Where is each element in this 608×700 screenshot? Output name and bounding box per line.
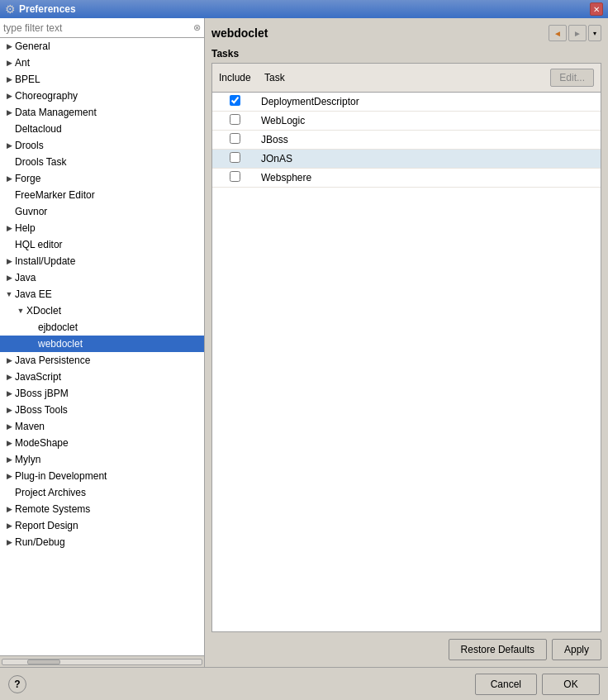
task-row-jboss: JBoss <box>212 131 601 150</box>
tree-arrow-install-update: ▶ <box>3 255 15 267</box>
tree-item-ant[interactable]: ▶Ant <box>0 55 204 71</box>
tree-item-maven[interactable]: ▶Maven <box>0 418 204 435</box>
ok-button[interactable]: OK <box>542 674 600 695</box>
tree-item-java-persistence[interactable]: ▶Java Persistence <box>0 352 204 369</box>
tree-arrow-webdoclet <box>26 338 38 350</box>
task-row-weblogic: WebLogic <box>212 112 601 131</box>
tree-item-java[interactable]: ▶Java <box>0 269 204 286</box>
tree-label-help: Help <box>15 222 36 234</box>
col-task-header: Task <box>261 70 547 85</box>
task-checkbox-deployment-descriptor[interactable] <box>230 95 240 106</box>
tree-label-jboss-tools: JBoss Tools <box>15 404 68 416</box>
tree-item-javascript[interactable]: ▶JavaScript <box>0 369 204 385</box>
scrollbar-thumb[interactable] <box>27 660 60 664</box>
task-checkbox-weblogic[interactable] <box>230 114 240 125</box>
forward-arrow-icon: ► <box>573 29 582 38</box>
tree-item-xdoclet[interactable]: ▼XDoclet <box>0 302 204 319</box>
tree-item-remote-systems[interactable]: ▶Remote Systems <box>0 501 204 517</box>
tree-arrow-jboss-tools: ▶ <box>3 404 15 416</box>
tree-arrow-remote-systems: ▶ <box>3 503 15 515</box>
filter-bar: ⊗ <box>0 18 204 38</box>
tree-arrow-mylyn: ▶ <box>3 454 15 465</box>
restore-defaults-button[interactable]: Restore Defaults <box>449 639 547 660</box>
nav-dropdown-button[interactable]: ▾ <box>588 25 601 41</box>
tree-item-webdoclet[interactable]: webdoclet <box>0 336 204 352</box>
tree-label-webdoclet: webdoclet <box>38 338 83 350</box>
task-label-deployment-descriptor: DeploymentDescriptor <box>258 96 601 107</box>
tree-arrow-help: ▶ <box>3 222 15 234</box>
tree-arrow-freemarker <box>3 189 15 201</box>
tasks-label: Tasks <box>211 48 601 60</box>
tree-label-report-design: Report Design <box>15 520 78 531</box>
tree-arrow-data-management: ▶ <box>3 107 15 118</box>
tree-label-mylyn: Mylyn <box>15 454 40 465</box>
task-label-jboss: JBoss <box>258 134 601 145</box>
tree-item-forge[interactable]: ▶Forge <box>0 170 204 187</box>
edit-button[interactable]: Edit... <box>550 69 594 87</box>
filter-input[interactable] <box>3 22 193 34</box>
tree-item-general[interactable]: ▶General <box>0 38 204 55</box>
tree-arrow-java-ee: ▼ <box>3 288 15 300</box>
section-title: webdoclet <box>211 26 268 40</box>
title-bar: ⚙ Preferences ✕ <box>0 0 608 18</box>
tree-item-freemarker[interactable]: FreeMarker Editor <box>0 187 204 203</box>
tree-item-report-design[interactable]: ▶Report Design <box>0 517 204 534</box>
tree-arrow-project-archives <box>3 487 15 498</box>
tree-item-data-management[interactable]: ▶Data Management <box>0 104 204 121</box>
tree-label-xdoclet: XDoclet <box>26 305 61 317</box>
right-actions: Restore Defaults Apply <box>211 639 601 660</box>
tree-item-drools[interactable]: ▶Drools <box>0 137 204 154</box>
tree-item-jboss-tools[interactable]: ▶JBoss Tools <box>0 402 204 418</box>
main-content: ⊗ ▶General▶Ant▶BPEL▶Choreography▶Data Ma… <box>0 18 608 667</box>
tree-label-java: Java <box>15 272 36 283</box>
tree-item-project-archives[interactable]: Project Archives <box>0 484 204 501</box>
tree-item-choreography[interactable]: ▶Choreography <box>0 88 204 104</box>
tree-label-forge: Forge <box>15 173 40 184</box>
tree-arrow-hql <box>3 239 15 250</box>
tree-item-run-debug[interactable]: ▶Run/Debug <box>0 534 204 550</box>
filter-clear-icon[interactable]: ⊗ <box>193 22 201 33</box>
tree-arrow-java: ▶ <box>3 272 15 283</box>
tree-label-jboss-jbpm: JBoss jBPM <box>15 388 69 399</box>
tree-item-bpel[interactable]: ▶BPEL <box>0 71 204 88</box>
tree-arrow-choreography: ▶ <box>3 90 15 102</box>
col-include-header: Include <box>216 70 261 85</box>
tree-label-ant: Ant <box>15 57 30 69</box>
tree-label-bpel: BPEL <box>15 74 40 85</box>
tree-item-deltacloud[interactable]: Deltacloud <box>0 121 204 137</box>
nav-forward-button[interactable]: ► <box>568 25 587 41</box>
tree-item-install-update[interactable]: ▶Install/Update <box>0 253 204 269</box>
tree-label-java-ee: Java EE <box>15 288 52 300</box>
horizontal-scrollbar[interactable] <box>0 655 204 667</box>
tree-item-guvnor[interactable]: Guvnor <box>0 203 204 220</box>
tree-label-choreography: Choreography <box>15 90 78 102</box>
cancel-button[interactable]: Cancel <box>475 674 537 695</box>
apply-button[interactable]: Apply <box>552 639 601 660</box>
tree-arrow-ant: ▶ <box>3 57 15 69</box>
tree-label-plugin-dev: Plug-in Development <box>15 470 107 482</box>
tree-container[interactable]: ▶General▶Ant▶BPEL▶Choreography▶Data Mana… <box>0 38 204 655</box>
close-button[interactable]: ✕ <box>590 2 603 16</box>
tree-item-help[interactable]: ▶Help <box>0 220 204 236</box>
task-checkbox-websphere[interactable] <box>230 171 240 182</box>
tree-item-ejbdoclet[interactable]: ejbdoclet <box>0 319 204 336</box>
tree-item-hql[interactable]: HQL editor <box>0 236 204 253</box>
tree-item-java-ee[interactable]: ▼Java EE <box>0 286 204 302</box>
scrollbar-track[interactable] <box>2 659 202 665</box>
task-checkbox-jboss[interactable] <box>230 133 240 144</box>
bottom-right-buttons: Cancel OK <box>475 674 600 695</box>
right-header: webdoclet ◄ ► ▾ <box>211 25 601 41</box>
task-label-websphere: Websphere <box>258 172 601 183</box>
nav-back-button[interactable]: ◄ <box>549 25 567 41</box>
tree-item-plugin-dev[interactable]: ▶Plug-in Development <box>0 468 204 484</box>
task-checkbox-jonas[interactable] <box>230 152 240 163</box>
tree-label-hql: HQL editor <box>15 239 63 250</box>
tree-item-drools-task[interactable]: Drools Task <box>0 154 204 170</box>
tree-item-mylyn[interactable]: ▶Mylyn <box>0 451 204 468</box>
tree-item-modeshape[interactable]: ▶ModeShape <box>0 435 204 451</box>
tree-arrow-drools-task <box>3 156 15 168</box>
table-header-cols: Include Task <box>216 70 547 85</box>
tree-item-jboss-jbpm[interactable]: ▶JBoss jBPM <box>0 385 204 402</box>
tree-arrow-bpel: ▶ <box>3 74 15 85</box>
help-button[interactable]: ? <box>8 675 26 693</box>
